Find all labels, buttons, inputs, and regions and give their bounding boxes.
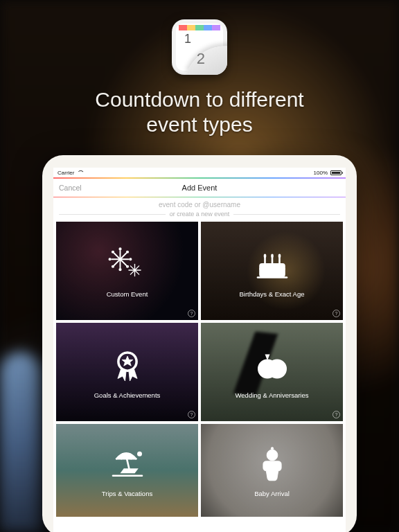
svg-line-36 bbox=[130, 454, 131, 459]
cancel-button[interactable]: Cancel bbox=[59, 184, 82, 192]
app-icon-digit-1: 1 bbox=[184, 32, 191, 46]
svg-line-21 bbox=[130, 270, 134, 274]
svg-line-17 bbox=[134, 265, 139, 269]
svg-point-40 bbox=[271, 447, 274, 450]
svg-point-8 bbox=[119, 248, 121, 249]
promo-header: 1 2 Countdown to different event types bbox=[0, 19, 399, 137]
help-icon[interactable]: ? bbox=[332, 310, 340, 317]
device-screen: Carrier 100% Cancel Add Event event code… bbox=[53, 168, 346, 532]
svg-point-12 bbox=[119, 268, 121, 269]
svg-line-35 bbox=[121, 454, 123, 459]
create-new-event-divider: or create a new event bbox=[53, 211, 346, 222]
fireworks-icon bbox=[108, 245, 147, 286]
tile-wedding[interactable]: Wedding & Anniversaries ? bbox=[201, 323, 343, 421]
tile-label: Wedding & Anniversaries bbox=[236, 391, 309, 399]
svg-point-32 bbox=[268, 360, 285, 378]
svg-line-19 bbox=[134, 270, 139, 274]
tile-label: Custom Event bbox=[107, 290, 148, 298]
device-frame: Carrier 100% Cancel Add Event event code… bbox=[42, 155, 357, 532]
app-icon: 1 2 bbox=[172, 19, 227, 75]
svg-point-11 bbox=[126, 265, 127, 267]
svg-point-13 bbox=[112, 265, 113, 267]
event-code-input[interactable]: event code or @username bbox=[53, 197, 346, 211]
ribbon-icon bbox=[108, 346, 147, 387]
headline-line-1: Countdown to different bbox=[95, 88, 303, 111]
beach-icon bbox=[108, 444, 147, 486]
carrier-label: Carrier bbox=[57, 170, 74, 176]
status-bar: Carrier 100% bbox=[53, 168, 346, 177]
tile-label: Baby Arrival bbox=[254, 490, 290, 497]
baby-icon bbox=[253, 444, 292, 486]
svg-point-15 bbox=[112, 251, 113, 252]
svg-point-9 bbox=[126, 251, 127, 252]
event-type-grid: Custom Event ? Birthdays & Exact Age ? bbox=[53, 222, 346, 517]
cake-icon bbox=[253, 245, 292, 286]
svg-marker-30 bbox=[122, 356, 133, 366]
svg-line-23 bbox=[130, 265, 134, 269]
svg-line-7 bbox=[114, 253, 120, 259]
help-icon[interactable]: ? bbox=[332, 411, 340, 418]
svg-point-10 bbox=[130, 258, 131, 260]
tile-label: Trips & Vacations bbox=[102, 490, 152, 497]
svg-line-1 bbox=[120, 253, 126, 259]
help-icon[interactable]: ? bbox=[188, 411, 195, 418]
tile-birthdays[interactable]: Birthdays & Exact Age ? bbox=[201, 222, 343, 320]
event-code-placeholder: event code or @username bbox=[159, 201, 240, 209]
svg-line-3 bbox=[120, 259, 126, 265]
promo-headline: Countdown to different event types bbox=[95, 87, 303, 137]
tile-trips[interactable]: Trips & Vacations bbox=[56, 424, 198, 517]
tile-custom-event[interactable]: Custom Event ? bbox=[56, 222, 198, 320]
divider-text: or create a new event bbox=[170, 211, 230, 218]
help-icon[interactable]: ? bbox=[188, 310, 195, 317]
tile-label: Birthdays & Exact Age bbox=[240, 290, 305, 298]
svg-point-38 bbox=[137, 451, 142, 456]
tile-baby[interactable]: Baby Arrival bbox=[201, 424, 343, 517]
svg-line-5 bbox=[114, 259, 120, 265]
navbar: Cancel Add Event bbox=[53, 179, 346, 197]
app-icon-digit-2: 2 bbox=[197, 50, 205, 68]
headline-line-2: event types bbox=[146, 113, 252, 136]
wifi-icon bbox=[77, 170, 83, 175]
rings-icon bbox=[253, 346, 292, 387]
battery-label: 100% bbox=[314, 170, 328, 176]
battery-icon bbox=[330, 170, 342, 175]
svg-point-39 bbox=[267, 450, 278, 461]
page-title: Add Event bbox=[182, 184, 218, 192]
tile-label: Goals & Achievements bbox=[94, 391, 161, 399]
svg-point-14 bbox=[109, 258, 110, 260]
tile-goals[interactable]: Goals & Achievements ? bbox=[56, 323, 198, 421]
